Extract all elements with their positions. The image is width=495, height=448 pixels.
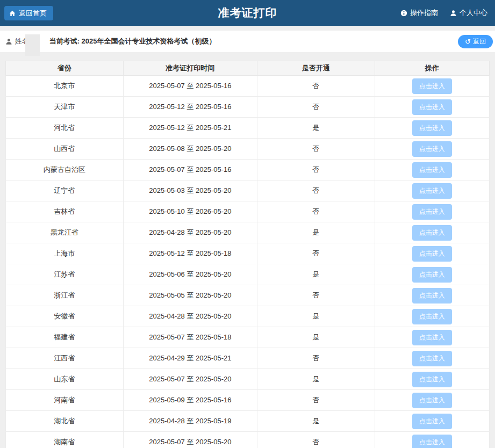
print-time-cell: 2025-05-06 至 2025-05-20 (123, 264, 257, 285)
province-cell: 吉林省 (6, 201, 124, 222)
open-status-cell: 否 (257, 180, 375, 201)
table-row: 内蒙古自治区 2025-05-07 至 2025-05-16 否 点击进入 (6, 160, 490, 180)
name-redaction (25, 34, 40, 56)
print-time-cell: 2025-05-12 至 2025-05-21 (123, 118, 257, 139)
enter-button[interactable]: 点击进入 (412, 435, 452, 448)
table-header: 省份 准考证打印时间 是否开通 操作 (6, 61, 490, 76)
table-row: 湖北省 2025-04-28 至 2025-05-19 是 点击进入 (6, 411, 490, 432)
action-cell: 点击进入 (375, 180, 489, 201)
action-cell: 点击进入 (375, 222, 489, 243)
open-status-cell: 否 (257, 285, 375, 306)
name-user-icon (5, 38, 12, 45)
print-time-cell: 2025-04-29 至 2025-05-21 (123, 348, 257, 369)
enter-button[interactable]: 点击进入 (412, 141, 452, 157)
enter-button[interactable]: 点击进入 (412, 120, 452, 136)
open-status-cell: 否 (257, 97, 375, 118)
action-cell: 点击进入 (375, 390, 489, 411)
province-cell: 山东省 (6, 369, 124, 390)
open-status-cell: 否 (257, 160, 375, 180)
enter-button[interactable]: 点击进入 (412, 183, 452, 199)
table-row: 河北省 2025-05-12 至 2025-05-21 是 点击进入 (6, 118, 490, 139)
table-row: 天津市 2025-05-12 至 2025-05-16 否 点击进入 (6, 97, 490, 118)
enter-button[interactable]: 点击进入 (412, 78, 452, 94)
home-icon (9, 10, 16, 17)
enter-button[interactable]: 点击进入 (412, 351, 452, 366)
back-button[interactable]: ↺ 返回 (458, 35, 493, 48)
province-cell: 湖北省 (6, 411, 124, 432)
open-status-cell: 是 (257, 369, 375, 390)
print-time-cell: 2025-04-28 至 2025-05-20 (123, 306, 257, 327)
enter-button[interactable]: 点击进入 (412, 204, 452, 220)
open-status-cell: 否 (257, 201, 375, 222)
action-cell: 点击进入 (375, 160, 489, 180)
print-time-cell: 2025-04-28 至 2025-05-19 (123, 411, 257, 432)
table-row: 福建省 2025-05-07 至 2025-05-18 是 点击进入 (6, 327, 490, 348)
enter-button[interactable]: 点击进入 (412, 162, 452, 178)
table-wrap: 省份 准考证打印时间 是否开通 操作 北京市 2025-05-07 至 2025… (5, 61, 490, 448)
action-cell: 点击进入 (375, 285, 489, 306)
page: 返回首页 准考证打印 操作指南 (0, 0, 495, 448)
province-cell: 北京市 (6, 76, 124, 97)
guide-link[interactable]: 操作指南 (400, 8, 438, 18)
action-cell: 点击进入 (375, 306, 489, 327)
back-home-button[interactable]: 返回首页 (4, 6, 53, 20)
open-status-cell: 否 (257, 76, 375, 97)
enter-button[interactable]: 点击进入 (412, 225, 452, 241)
province-cell: 河北省 (6, 118, 124, 139)
province-cell: 黑龙江省 (6, 222, 124, 243)
enter-button[interactable]: 点击进入 (412, 246, 452, 262)
enter-button[interactable]: 点击进入 (412, 414, 452, 429)
table-row: 北京市 2025-05-07 至 2025-05-16 否 点击进入 (6, 76, 490, 97)
profile-link[interactable]: 个人中心 (450, 8, 487, 18)
province-cell: 湖南省 (6, 432, 124, 448)
header-links: 操作指南 个人中心 (400, 0, 487, 26)
action-cell: 点击进入 (375, 76, 489, 97)
print-time-cell: 2025-05-09 至 2025-05-16 (123, 390, 257, 411)
enter-button[interactable]: 点击进入 (412, 288, 452, 304)
table-row: 辽宁省 2025-05-03 至 2025-05-20 否 点击进入 (6, 180, 490, 201)
user-icon (450, 10, 457, 17)
action-cell: 点击进入 (375, 201, 489, 222)
province-cell: 山西省 (6, 139, 124, 160)
action-cell: 点击进入 (375, 369, 489, 390)
table-row: 山西省 2025-05-08 至 2025-05-20 否 点击进入 (6, 139, 490, 160)
enter-button[interactable]: 点击进入 (412, 267, 452, 283)
action-cell: 点击进入 (375, 97, 489, 118)
action-cell: 点击进入 (375, 411, 489, 432)
province-cell: 福建省 (6, 327, 124, 348)
open-status-cell: 是 (257, 222, 375, 243)
info-bar: 姓名: 当前考试: 2025年全国会计专业技术资格考试（初级） ↺ 返回 (0, 31, 495, 52)
back-home-label: 返回首页 (19, 9, 47, 18)
print-time-cell: 2025-05-12 至 2025-05-16 (123, 97, 257, 118)
print-time-cell: 2025-05-07 至 2025-05-16 (123, 76, 257, 97)
refresh-icon: ↺ (465, 38, 471, 45)
table-row: 安徽省 2025-04-28 至 2025-05-20 是 点击进入 (6, 306, 490, 327)
table-row: 江西省 2025-04-29 至 2025-05-21 否 点击进入 (6, 348, 490, 369)
enter-button[interactable]: 点击进入 (412, 372, 452, 387)
open-status-cell: 否 (257, 390, 375, 411)
enter-button[interactable]: 点击进入 (412, 309, 452, 324)
column-header-print-time: 准考证打印时间 (123, 61, 257, 76)
profile-label: 个人中心 (460, 8, 487, 18)
province-cell: 天津市 (6, 97, 124, 118)
enter-button[interactable]: 点击进入 (412, 330, 452, 345)
table-row: 吉林省 2025-05-10 至 2026-05-20 否 点击进入 (6, 201, 490, 222)
enter-button[interactable]: 点击进入 (412, 393, 452, 408)
print-time-cell: 2025-04-28 至 2025-05-20 (123, 222, 257, 243)
guide-label: 操作指南 (410, 8, 438, 18)
column-header-province: 省份 (6, 61, 124, 76)
open-status-cell: 是 (257, 264, 375, 285)
print-time-cell: 2025-05-10 至 2026-05-20 (123, 201, 257, 222)
enter-button[interactable]: 点击进入 (412, 99, 452, 115)
action-cell: 点击进入 (375, 139, 489, 160)
table-row: 河南省 2025-05-09 至 2025-05-16 否 点击进入 (6, 390, 490, 411)
province-table: 省份 准考证打印时间 是否开通 操作 北京市 2025-05-07 至 2025… (5, 61, 490, 448)
current-exam-text: 当前考试: 2025年全国会计专业技术资格考试（初级） (49, 37, 216, 46)
print-time-cell: 2025-05-12 至 2025-05-18 (123, 243, 257, 264)
province-table-body: 北京市 2025-05-07 至 2025-05-16 否 点击进入 天津市 2… (6, 76, 490, 448)
table-row: 上海市 2025-05-12 至 2025-05-18 否 点击进入 (6, 243, 490, 264)
open-status-cell: 是 (257, 327, 375, 348)
province-cell: 河南省 (6, 390, 124, 411)
table-row: 江苏省 2025-05-06 至 2025-05-20 是 点击进入 (6, 264, 490, 285)
province-cell: 江西省 (6, 348, 124, 369)
